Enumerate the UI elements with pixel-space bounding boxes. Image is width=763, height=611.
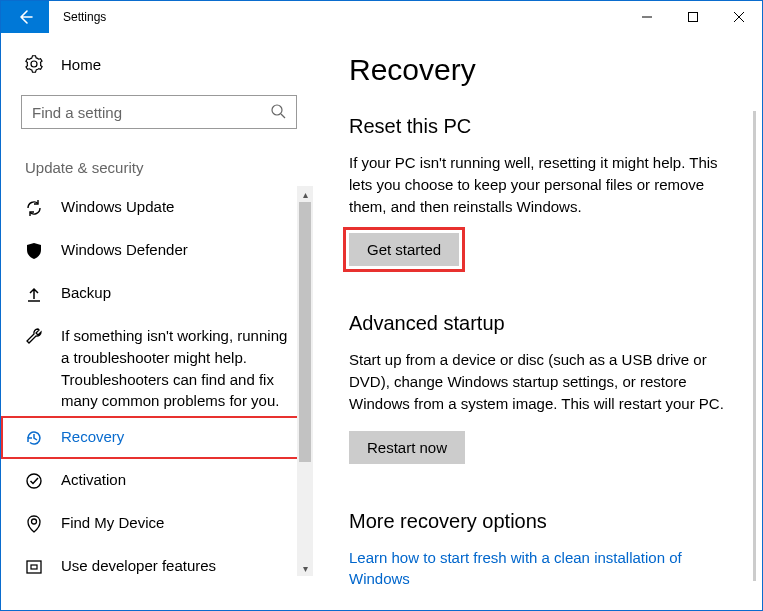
start-fresh-link[interactable]: Learn how to start fresh with a clean in… <box>349 547 734 589</box>
home-button[interactable]: Home <box>1 51 313 77</box>
page-title: Recovery <box>349 53 734 87</box>
sidebar-scrollbar[interactable]: ▴ ▾ <box>297 186 313 576</box>
arrow-left-icon <box>16 8 34 26</box>
scroll-up-icon[interactable]: ▴ <box>297 186 313 202</box>
sidebar-item-label: Recovery <box>61 428 124 446</box>
sidebar-section-label: Update & security <box>1 129 313 186</box>
sidebar-item-label: Find My Device <box>61 514 164 532</box>
sidebar-item-activation[interactable]: Activation <box>1 459 313 502</box>
svg-rect-1 <box>689 13 698 22</box>
sidebar-item-label: Activation <box>61 471 126 489</box>
minimize-button[interactable] <box>624 1 670 33</box>
sidebar-item-label: Backup <box>61 284 111 302</box>
content-area: Home Find a setting Update & security Wi… <box>1 33 762 610</box>
section-reset-this-pc: Reset this PC If your PC isn't running w… <box>349 115 734 266</box>
sidebar-troubleshoot-hint: If something isn't working, running a tr… <box>1 315 313 416</box>
back-button[interactable] <box>1 1 49 33</box>
section-body: Start up from a device or disc (such as … <box>349 349 734 414</box>
restart-now-button[interactable]: Restart now <box>349 431 465 464</box>
sidebar-item-label: Windows Defender <box>61 241 188 259</box>
sidebar: Home Find a setting Update & security Wi… <box>1 33 313 610</box>
search-icon <box>270 103 286 122</box>
sidebar-item-windows-update[interactable]: Windows Update <box>1 186 313 229</box>
section-more-recovery: More recovery options Learn how to start… <box>349 510 734 589</box>
search-input[interactable]: Find a setting <box>21 95 297 129</box>
home-label: Home <box>61 56 101 73</box>
gear-icon <box>25 55 43 73</box>
main-pane: Recovery Reset this PC If your PC isn't … <box>313 33 762 610</box>
window-title: Settings <box>49 10 106 24</box>
wrench-icon <box>25 327 43 345</box>
sidebar-item-windows-defender[interactable]: Windows Defender <box>1 229 313 272</box>
svg-line-3 <box>281 114 285 118</box>
sidebar-item-backup[interactable]: Backup <box>1 272 313 315</box>
sidebar-item-label: Use developer features <box>61 557 216 575</box>
section-title: More recovery options <box>349 510 734 533</box>
backup-icon <box>25 285 43 303</box>
maximize-button[interactable] <box>670 1 716 33</box>
section-advanced-startup: Advanced startup Start up from a device … <box>349 312 734 463</box>
svg-rect-7 <box>31 565 37 569</box>
sidebar-nav: Windows Update Windows Defender Backup <box>1 186 313 588</box>
get-started-button[interactable]: Get started <box>349 233 459 266</box>
section-body: If your PC isn't running well, resetting… <box>349 152 734 217</box>
search-placeholder: Find a setting <box>32 104 122 121</box>
sidebar-item-recovery[interactable]: Recovery <box>1 416 313 459</box>
svg-point-2 <box>272 105 282 115</box>
developer-icon <box>25 558 43 576</box>
section-title: Reset this PC <box>349 115 734 138</box>
location-icon <box>25 515 43 533</box>
titlebar: Settings <box>1 1 762 33</box>
sync-icon <box>25 199 43 217</box>
close-button[interactable] <box>716 1 762 33</box>
scroll-thumb[interactable] <box>299 202 311 462</box>
sidebar-hint-text: If something isn't working, running a tr… <box>61 325 297 412</box>
sidebar-item-developer[interactable]: Use developer features <box>1 545 313 588</box>
check-circle-icon <box>25 472 43 490</box>
sidebar-item-label: Windows Update <box>61 198 174 216</box>
svg-rect-6 <box>27 561 41 573</box>
history-icon <box>25 429 43 447</box>
main-scrollbar[interactable] <box>753 111 756 581</box>
section-title: Advanced startup <box>349 312 734 335</box>
scroll-track[interactable] <box>297 202 313 560</box>
sidebar-item-find-my-device[interactable]: Find My Device <box>1 502 313 545</box>
svg-point-5 <box>27 474 41 488</box>
scroll-down-icon[interactable]: ▾ <box>297 560 313 576</box>
shield-icon <box>25 242 43 260</box>
